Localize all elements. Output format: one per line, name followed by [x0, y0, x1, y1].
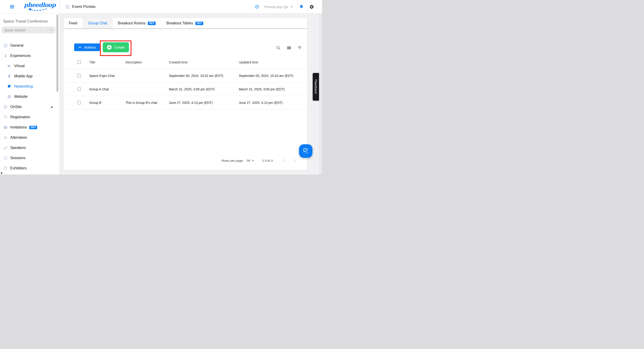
feedback-tab[interactable]: Feedback — [313, 73, 319, 100]
next-page-icon[interactable] — [291, 158, 297, 164]
caret-down-icon — [252, 160, 254, 161]
tab-feed[interactable]: Feed — [64, 18, 82, 28]
filter-icon[interactable] — [296, 44, 303, 51]
org-selector[interactable]: PheedLoop QA — [264, 5, 293, 9]
person-icon — [4, 54, 8, 58]
tab-breakout-tables[interactable]: Breakout Tables DEV — [161, 18, 209, 28]
columns-icon[interactable] — [286, 44, 292, 51]
table-row[interactable]: Group B This is Group B's chat June 27, … — [64, 96, 307, 110]
row-checkbox[interactable] — [77, 101, 81, 104]
cell-title: Group A Chat — [89, 87, 126, 91]
group-chats-table: Title Description Created time Updated t… — [64, 56, 307, 110]
sidebar-item-registration[interactable]: Registration — [0, 112, 60, 122]
cell-title: Space Expo Chat — [89, 74, 126, 78]
sidebar-item-label: Speakers — [10, 146, 26, 150]
chevron-down-icon — [50, 29, 53, 31]
table-toolbar-icons — [275, 44, 303, 51]
chat-widget-button[interactable] — [299, 144, 312, 158]
topbar-right: PheedLoop QA — [255, 0, 314, 14]
topbar: pheedloop Event Portals PheedLoop QA — [0, 0, 322, 14]
hamburger-menu-icon[interactable] — [10, 5, 14, 8]
rows-per-page-label: Rows per page: — [222, 159, 244, 162]
cell-description: This is Group B's chat — [126, 101, 169, 104]
row-checkbox[interactable] — [77, 87, 81, 91]
pheedloop-logo[interactable]: pheedloop — [24, 2, 51, 11]
quick-search-select[interactable]: Quick Search — [2, 26, 56, 34]
org-name: PheedLoop QA — [264, 5, 288, 9]
tab-label: Feed — [69, 21, 77, 25]
plus-circle-icon — [107, 45, 112, 50]
pagination: Rows per page: 50 1-3 of 3 — [222, 156, 307, 165]
chat-bubble-icon — [7, 84, 12, 88]
search-icon[interactable] — [275, 44, 282, 51]
pagination-range: 1-3 of 3 — [262, 159, 273, 162]
cell-created: March 31, 2025, 3:00 pm (EDT) — [169, 87, 239, 91]
quick-search-divider — [48, 28, 48, 32]
settings-gear-icon[interactable] — [309, 4, 314, 9]
sidebar-item-experiences[interactable]: Experiences — [0, 51, 60, 61]
tab-group-chat[interactable]: Group Chat — [82, 18, 112, 28]
sidebar-item-general[interactable]: General — [0, 40, 60, 51]
sidebar-item-mobile-app[interactable]: Mobile App — [0, 71, 60, 81]
page-scrollbar[interactable] — [319, 14, 322, 174]
quick-search-label: Quick Search — [4, 28, 48, 32]
tabs-bar: Feed Group Chat Breakout Rooms DEV Break… — [64, 18, 307, 28]
dev-badge: DEV — [196, 22, 203, 25]
sidebar-item-label: Virtual — [14, 64, 25, 68]
sidebar-item-label: Registration — [10, 115, 30, 119]
sidebar-item-website[interactable]: Website — [0, 92, 60, 102]
header-divider — [60, 0, 60, 14]
rows-per-page-select[interactable]: 50 — [247, 159, 254, 162]
dev-badge: DEV — [29, 126, 37, 129]
column-header-created: Created time — [169, 60, 239, 64]
sidebar-item-speakers[interactable]: Speakers — [0, 143, 60, 153]
cell-updated: September 05, 2024, 10:33 am (EDT) — [239, 74, 307, 78]
column-header-title: Title — [89, 60, 126, 64]
create-button[interactable]: Create — [103, 42, 129, 52]
sidebar-item-attendees[interactable]: Attendees — [0, 132, 60, 143]
sidebar-scrollbar-thumb[interactable] — [56, 15, 58, 92]
page-head: Event Portals — [66, 0, 96, 14]
sidebar-item-label: Attendees — [10, 136, 27, 140]
sidebar-item-label: General — [10, 44, 24, 48]
table-row[interactable]: Group A Chat March 31, 2025, 3:00 pm (ED… — [64, 82, 307, 96]
previous-page-icon[interactable] — [282, 158, 288, 164]
refresh-clock-icon[interactable] — [255, 5, 259, 9]
shopping-cart-icon — [4, 115, 8, 119]
notifications-bell-icon[interactable] — [299, 4, 304, 9]
event-name: Space Travel Conference — [3, 19, 48, 24]
rows-per-page-value: 50 — [247, 159, 250, 162]
sidebar-item-networking[interactable]: Networking — [0, 81, 60, 92]
row-checkbox[interactable] — [77, 74, 81, 77]
cell-created: September 05, 2024, 10:32 am (EDT) — [169, 74, 239, 78]
table-row[interactable]: Space Expo Chat September 05, 2024, 10:3… — [64, 69, 307, 82]
sidebar-item-sessions[interactable]: Sessions — [0, 153, 60, 163]
feedback-label: Feedback — [314, 80, 318, 94]
sidebar-item-label: Invitations DEV — [10, 125, 37, 130]
apps-grid-icon[interactable] — [66, 5, 70, 9]
group-chat-card: Actions Create — [64, 28, 307, 170]
sidebar-item-onsite[interactable]: OnSite — [0, 102, 60, 112]
window-grid-icon — [4, 44, 8, 48]
cell-created: June 27, 2025, 4:13 pm (EDT) — [169, 101, 239, 104]
select-all-checkbox[interactable] — [77, 60, 81, 64]
sidebar-item-text: Invitations — [10, 125, 27, 130]
sidebar-item-invitations[interactable]: Invitations DEV — [0, 122, 60, 132]
video-camera-icon — [7, 64, 12, 68]
chevron-down-icon — [290, 6, 293, 8]
app-window: pheedloop Event Portals PheedLoop QA — [0, 0, 322, 174]
tab-breakout-rooms[interactable]: Breakout Rooms DEV — [112, 18, 161, 28]
cell-updated: March 31, 2025, 3:00 pm (EDT) — [239, 87, 307, 91]
presenter-icon — [4, 146, 8, 150]
sidebar-item-exhibitors[interactable]: Exhibitors — [0, 163, 60, 173]
create-label: Create — [114, 45, 125, 49]
chevron-down-icon — [78, 46, 81, 48]
printer-icon — [4, 105, 8, 109]
globe-icon — [7, 94, 12, 99]
actions-button[interactable]: Actions — [74, 44, 100, 51]
actions-label: Actions — [84, 45, 96, 49]
laptop-icon — [4, 156, 8, 160]
sidebar-nav: General Experiences Virtual Mobile App N… — [0, 40, 60, 173]
logo-text: pheedloop — [24, 2, 51, 8]
sidebar-item-virtual[interactable]: Virtual — [0, 61, 60, 71]
